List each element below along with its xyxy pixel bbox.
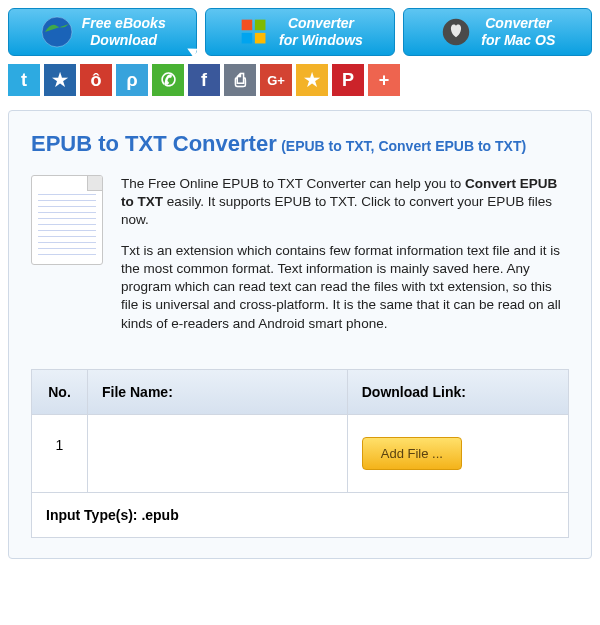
row-filename — [88, 415, 348, 492]
description-block: The Free Online EPUB to TXT Converter ca… — [31, 175, 569, 345]
share-twitter-button[interactable]: t — [8, 64, 40, 96]
share-more-button[interactable]: + — [368, 64, 400, 96]
txt-file-icon — [31, 175, 103, 265]
share-facebook-button[interactable]: f — [188, 64, 220, 96]
converter-panel: EPUB to TXT Converter (EPUB to TXT, Conv… — [8, 110, 592, 559]
svg-rect-2 — [242, 20, 253, 31]
button-label: Free eBooks Download — [82, 15, 166, 49]
row-download: Add File ... — [348, 415, 568, 492]
panel-heading: EPUB to TXT Converter (EPUB to TXT, Conv… — [31, 131, 569, 157]
svg-rect-5 — [255, 33, 266, 44]
mac-icon — [439, 15, 473, 49]
share-qzone-button[interactable]: ★ — [44, 64, 76, 96]
share-fav-button[interactable]: ★ — [296, 64, 328, 96]
share-print-button[interactable]: ⎙ — [224, 64, 256, 96]
windows-icon — [237, 15, 271, 49]
button-label: Converter for Mac OS — [481, 15, 555, 49]
share-weibo-button[interactable]: ô — [80, 64, 112, 96]
detail-paragraph: Txt is an extension which contains few f… — [121, 242, 569, 333]
page-title: EPUB to TXT Converter — [31, 131, 277, 156]
page-subtitle: (EPUB to TXT, Convert EPUB to TXT) — [281, 138, 526, 154]
col-no-header: No. — [32, 370, 88, 414]
file-table: No. File Name: Download Link: 1 Add File… — [31, 369, 569, 538]
top-button-bar: Free eBooks Download Converter for Windo… — [8, 8, 592, 56]
button-label: Converter for Windows — [279, 15, 363, 49]
description-text: The Free Online EPUB to TXT Converter ca… — [121, 175, 569, 345]
share-pinterest-button[interactable]: P — [332, 64, 364, 96]
free-ebooks-button[interactable]: Free eBooks Download — [8, 8, 197, 56]
svg-rect-4 — [242, 33, 253, 44]
col-download-header: Download Link: — [348, 370, 568, 414]
add-file-button[interactable]: Add File ... — [362, 437, 462, 470]
intro-post: easily. It supports EPUB to TXT. Click t… — [121, 194, 552, 227]
col-filename-header: File Name: — [88, 370, 348, 414]
table-header-row: No. File Name: Download Link: — [32, 370, 568, 414]
converter-windows-button[interactable]: Converter for Windows — [205, 8, 394, 56]
input-types-footer: Input Type(s): .epub — [32, 492, 568, 537]
share-gplus-button[interactable]: G+ — [260, 64, 292, 96]
row-number: 1 — [32, 415, 88, 492]
intro-paragraph: The Free Online EPUB to TXT Converter ca… — [121, 175, 569, 230]
globe-icon — [40, 15, 74, 49]
converter-mac-button[interactable]: Converter for Mac OS — [403, 8, 592, 56]
intro-pre: The Free Online EPUB to TXT Converter ca… — [121, 176, 465, 191]
svg-rect-3 — [255, 20, 266, 31]
share-tencent-button[interactable]: ρ — [116, 64, 148, 96]
share-bar: t★ôρ✆f⎙G+★P+ — [8, 64, 592, 96]
table-row: 1 Add File ... — [32, 414, 568, 492]
share-wechat-button[interactable]: ✆ — [152, 64, 184, 96]
